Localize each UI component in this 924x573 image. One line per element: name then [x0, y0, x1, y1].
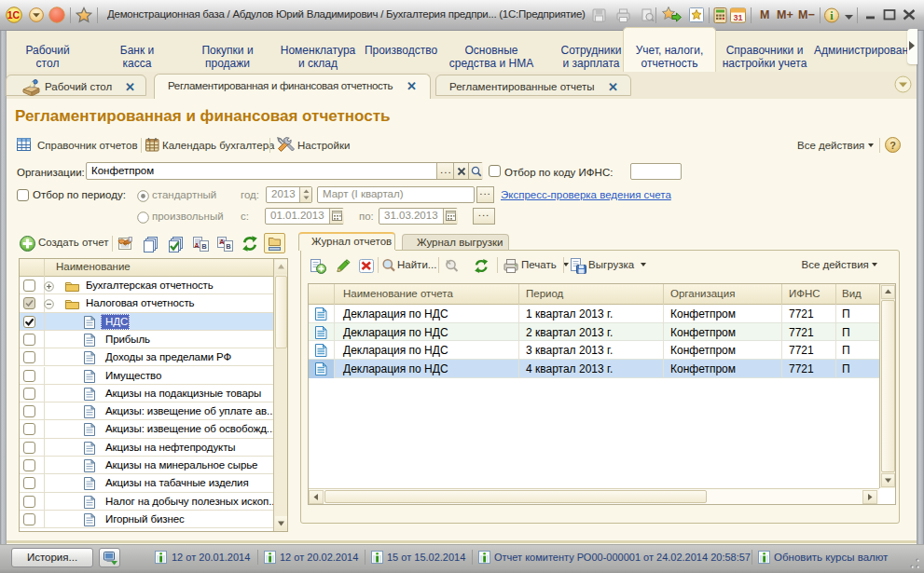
svg-text:?: ? [890, 140, 896, 151]
svg-text:31: 31 [733, 13, 742, 22]
svg-text:B: B [226, 242, 231, 251]
svg-text:1С: 1С [7, 9, 21, 20]
svg-text:A: A [194, 241, 200, 250]
svg-text:B: B [201, 242, 207, 251]
